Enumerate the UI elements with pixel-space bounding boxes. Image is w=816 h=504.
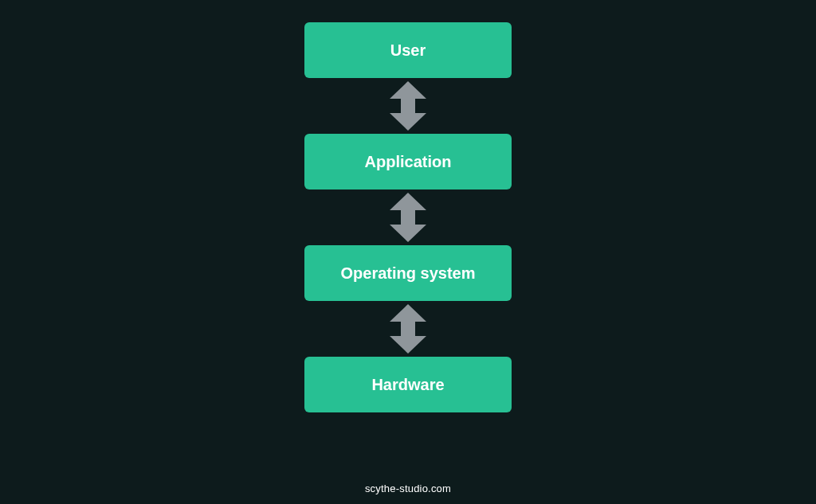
layer-label: Hardware [371,376,444,394]
layer-hardware: Hardware [304,357,512,412]
footer-attribution: scythe-studio.com [365,483,451,494]
double-arrow-icon [390,81,426,131]
layer-diagram: User Application Operating system Hardwa… [304,22,512,412]
svg-marker-2 [390,304,426,354]
arrow-os-hardware [390,301,426,357]
layer-operating-system: Operating system [304,245,512,301]
double-arrow-icon [390,193,426,242]
layer-user: User [304,22,512,78]
layer-application: Application [304,134,512,189]
arrow-user-application [390,78,426,134]
arrow-application-os [390,189,426,245]
double-arrow-icon [390,304,426,354]
svg-marker-0 [390,81,426,131]
svg-marker-1 [390,193,426,242]
layer-label: User [390,41,426,60]
layer-label: Operating system [341,264,476,283]
layer-label: Application [365,153,452,171]
